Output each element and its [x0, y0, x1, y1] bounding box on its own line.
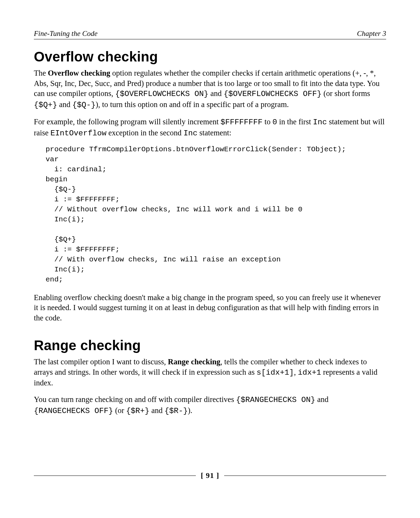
running-header: Fine-Tuning the Code Chapter 3 [34, 30, 386, 39]
inline-code: {$R-} [164, 406, 188, 415]
inline-code: {RANGECHECKS OFF} [34, 406, 113, 415]
running-header-right: Chapter 3 [357, 30, 386, 38]
bold-text: Overflow checking [48, 69, 111, 77]
text: and [150, 406, 165, 415]
inline-code: s[idx+1] [257, 368, 294, 377]
inline-code: EIntOverflow [50, 129, 106, 138]
inline-code: {$RANGECHECKS ON} [236, 395, 315, 404]
text: (or [113, 406, 126, 415]
text: and [209, 89, 224, 98]
range-paragraph-2: You can turn range checking on and off w… [34, 394, 386, 416]
running-header-left: Fine-Tuning the Code [34, 30, 97, 38]
text: in the first [277, 117, 313, 126]
text: (or short forms [322, 89, 370, 98]
inline-code: {$Q-} [72, 100, 96, 109]
inline-code: {$Q+} [34, 100, 57, 109]
page-number: [ 91 ] [201, 471, 219, 480]
text: and [315, 395, 328, 404]
text: You can turn range checking on and off w… [34, 395, 236, 404]
range-paragraph-1: The last compiler option I want to discu… [34, 357, 386, 388]
text: For example, the following program will … [34, 117, 221, 126]
overflow-paragraph-3: Enabling overflow checking doesn't make … [34, 292, 386, 323]
text: and [57, 100, 73, 109]
bold-text: Range checking [168, 357, 220, 366]
page: Fine-Tuning the Code Chapter 3 Overflow … [0, 0, 420, 518]
inline-code: {$OVERFLOWCHECKS OFF} [223, 89, 322, 98]
inline-code: idx+1 [298, 368, 321, 377]
page-footer: [ 91 ] [0, 471, 420, 480]
inline-code: $FFFFFFFF [221, 118, 263, 127]
inline-code: {$R+} [126, 406, 150, 415]
text: ), to turn this option on and off in a s… [96, 100, 289, 109]
text: to [262, 117, 273, 126]
footer-rule-left [34, 476, 196, 476]
inline-code: {$OVERFLOWCHECKS ON} [115, 89, 209, 98]
inline-code: Inc [183, 129, 198, 138]
inline-code: 0 [273, 118, 277, 127]
text: ). [188, 406, 192, 415]
footer-rule-right [224, 476, 386, 476]
section-title-range: Range checking [34, 338, 386, 353]
code-block-overflow: procedure TfrmCompilerOptions.btnOverflo… [46, 145, 386, 285]
text: The last compiler option I want to discu… [34, 357, 168, 366]
text: The [34, 69, 48, 77]
overflow-paragraph-1: The Overflow checking option regulates w… [34, 68, 386, 111]
text: statement: [198, 128, 231, 137]
text: exception in the second [106, 128, 183, 137]
overflow-paragraph-2: For example, the following program will … [34, 117, 386, 138]
text: , [294, 368, 298, 376]
inline-code: Inc [313, 118, 327, 127]
section-title-overflow: Overflow checking [34, 49, 386, 65]
